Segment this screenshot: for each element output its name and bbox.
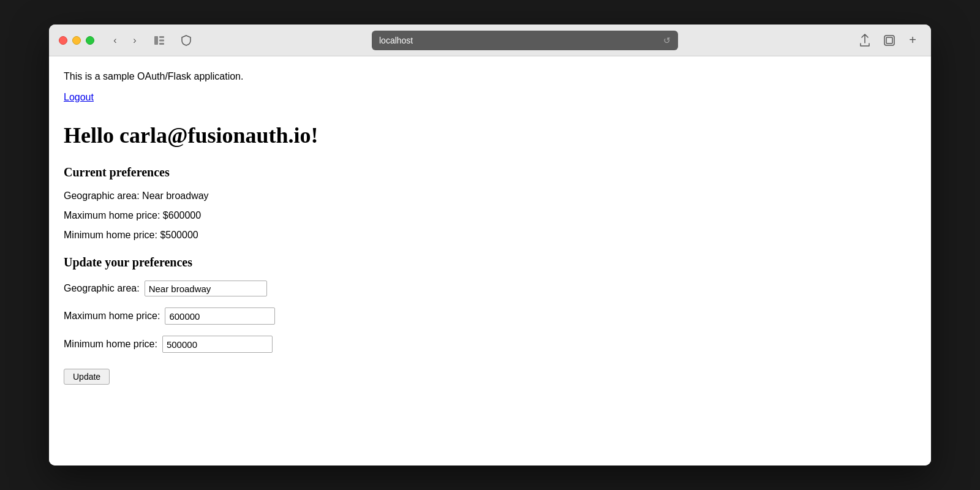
app-description: This is a sample OAuth/Flask application… [64, 71, 916, 82]
update-button[interactable]: Update [64, 369, 110, 385]
update-prefs-heading: Update your preferences [64, 255, 916, 270]
minimize-button[interactable] [72, 36, 81, 45]
address-bar[interactable]: localhost ↺ [372, 31, 678, 50]
geographic-area-display: Geographic area: Near broadway [64, 190, 916, 202]
geographic-area-input[interactable] [145, 281, 267, 296]
logout-link[interactable]: Logout [64, 92, 94, 103]
current-prefs-heading: Current preferences [64, 165, 916, 179]
traffic-lights [59, 36, 94, 45]
max-price-row: Maximum home price: [64, 307, 916, 325]
browser-titlebar: ‹ › localhost ↺ [49, 24, 931, 56]
max-price-value: $600000 [163, 210, 201, 221]
form-geographic-label: Geographic area: [64, 283, 140, 294]
min-price-label: Minimum home price: [64, 230, 157, 240]
privacy-button[interactable] [178, 32, 195, 49]
svg-rect-5 [886, 37, 892, 43]
refresh-icon[interactable]: ↺ [663, 36, 671, 45]
min-price-row: Minimum home price: [64, 336, 916, 353]
min-price-input[interactable] [162, 336, 273, 353]
svg-rect-2 [159, 39, 164, 41]
preferences-form: Geographic area: Maximum home price: Min… [64, 281, 916, 385]
min-price-value: $500000 [160, 230, 198, 240]
svg-rect-1 [159, 36, 164, 38]
hello-heading: Hello carla@fusionauth.io! [64, 123, 916, 148]
nav-buttons: ‹ › [107, 32, 143, 49]
address-bar-container: localhost ↺ [202, 31, 848, 50]
svg-rect-3 [159, 43, 164, 45]
share-button[interactable] [855, 31, 875, 50]
tabs-button[interactable] [880, 31, 899, 50]
new-tab-button[interactable]: + [904, 32, 921, 49]
back-button[interactable]: ‹ [107, 32, 124, 49]
geographic-area-label: Geographic area: [64, 190, 140, 201]
toolbar-right: + [855, 31, 921, 50]
url-text: localhost [379, 36, 413, 45]
sidebar-button[interactable] [151, 32, 168, 49]
close-button[interactable] [59, 36, 67, 45]
max-price-input[interactable] [165, 307, 275, 325]
forward-button[interactable]: › [126, 32, 143, 49]
min-price-display: Minimum home price: $500000 [64, 230, 916, 241]
browser-window: ‹ › localhost ↺ [49, 24, 931, 466]
max-price-label: Maximum home price: [64, 210, 160, 221]
max-price-display: Maximum home price: $600000 [64, 210, 916, 221]
browser-content: This is a sample OAuth/Flask application… [49, 56, 931, 466]
form-max-price-label: Maximum home price: [64, 311, 160, 322]
geographic-area-row: Geographic area: [64, 281, 916, 296]
maximize-button[interactable] [86, 36, 94, 45]
geographic-area-value: Near broadway [142, 190, 209, 201]
svg-rect-0 [154, 36, 158, 45]
form-min-price-label: Minimum home price: [64, 339, 157, 350]
